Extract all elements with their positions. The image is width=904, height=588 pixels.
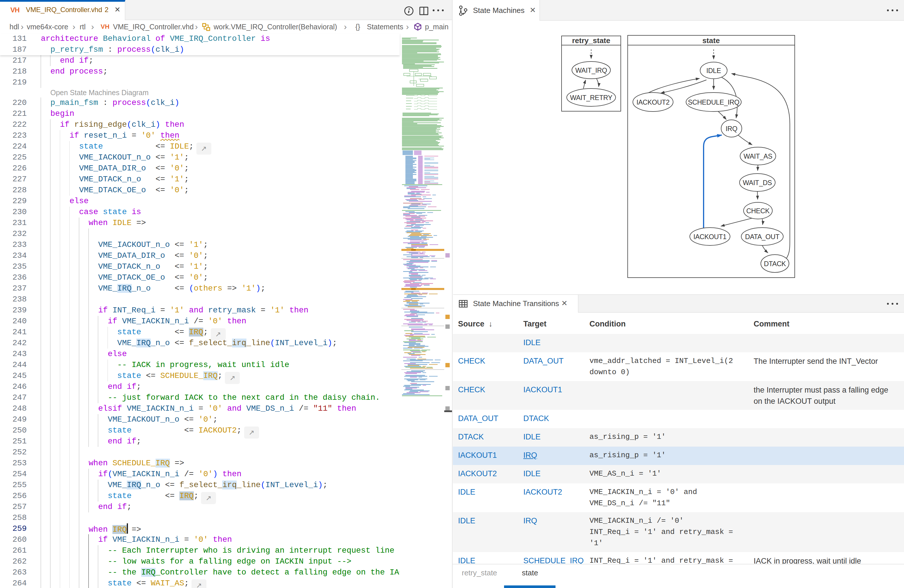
svg-text:WAIT_IRQ: WAIT_IRQ [575,67,607,74]
svg-text:CHECK: CHECK [746,207,770,215]
svg-text:WAIT_AS: WAIT_AS [744,153,772,160]
svg-text:DTACK: DTACK [764,260,786,268]
svg-text:IACKOUT2: IACKOUT2 [636,99,669,106]
svg-text:IDLE: IDLE [706,67,721,74]
svg-text:SCHEDULE_IRQ: SCHEDULE_IRQ [688,99,739,106]
svg-text:state: state [702,36,720,45]
svg-text:IRQ: IRQ [726,125,738,132]
svg-text:WAIT_RETRY: WAIT_RETRY [570,94,612,101]
svg-text:DATA_OUT: DATA_OUT [745,233,779,241]
svg-text:retry_state: retry_state [572,36,610,45]
svg-text:IACKOUT1: IACKOUT1 [693,233,726,241]
svg-text:WAIT_DS: WAIT_DS [743,179,772,186]
